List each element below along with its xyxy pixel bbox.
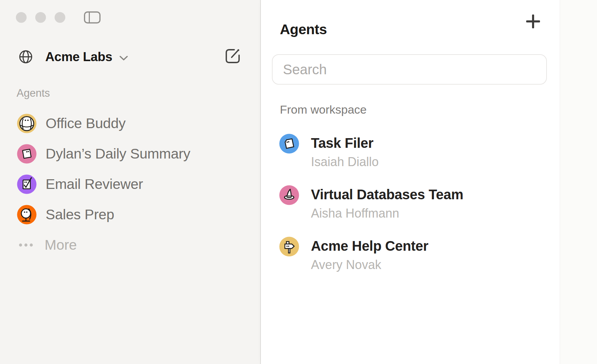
witch-hat-avatar-icon — [279, 185, 299, 205]
agent-owner: Aisha Hoffmann — [311, 207, 399, 220]
agent-name: Task Filer — [311, 136, 373, 150]
sidebar-toggle-button[interactable] — [84, 11, 101, 23]
globe-icon — [19, 50, 33, 64]
background-area — [560, 0, 597, 364]
sidebar-section-label: Agents — [17, 88, 50, 98]
agent-row-virtual-databases-team[interactable]: Virtual Databases Team Aisha Hoffmann — [261, 185, 560, 221]
workspace-name: Acme Labs — [45, 50, 112, 63]
signpost-avatar-icon — [279, 237, 299, 257]
sidebar: Acme Labs Agents Office Buddy — [0, 0, 261, 364]
app-window: Acme Labs Agents Office Buddy — [0, 0, 597, 364]
sidebar-more-label: More — [45, 238, 77, 252]
agents-panel: Agents From workspace Task Filer Isaiah … — [261, 0, 560, 364]
window-control-close[interactable] — [16, 12, 27, 23]
ball-face-avatar-icon — [17, 114, 37, 133]
sidebar-item-label: Sales Prep — [46, 208, 114, 222]
sidebar-item-sales-prep[interactable]: Sales Prep — [17, 205, 245, 224]
sidebar-item-dylans-daily-summary[interactable]: Dylan’s Daily Summary — [17, 144, 245, 164]
desk-globe-avatar-icon — [17, 205, 37, 224]
agent-name: Acme Help Center — [311, 239, 428, 253]
window-control-minimize[interactable] — [35, 12, 46, 23]
window-control-zoom[interactable] — [55, 12, 65, 23]
add-agent-button[interactable] — [525, 14, 541, 29]
sidebar-item-label: Office Buddy — [46, 116, 126, 131]
agent-owner: Isaiah Diallo — [311, 156, 379, 168]
note-face-avatar-icon — [17, 144, 37, 164]
compose-icon — [225, 48, 241, 64]
agent-row-task-filer[interactable]: Task Filer Isaiah Diallo — [261, 134, 560, 170]
sidebar-more-button[interactable]: More — [17, 235, 155, 255]
new-chat-button[interactable] — [225, 48, 241, 64]
panel-section-label: From workspace — [280, 104, 367, 115]
window-controls — [16, 12, 65, 23]
agent-name: Virtual Databases Team — [311, 188, 463, 201]
sidebar-item-label: Email Reviewer — [46, 177, 143, 191]
ellipsis-icon — [19, 243, 33, 247]
plus-icon — [526, 15, 540, 28]
chevron-down-icon — [120, 56, 128, 61]
sidebar-toggle-icon — [84, 11, 101, 23]
panel-title: Agents — [280, 22, 327, 37]
search-input[interactable] — [272, 54, 547, 85]
sidebar-item-label: Dylan’s Daily Summary — [46, 147, 190, 161]
agent-owner: Avery Novak — [311, 259, 381, 271]
sidebar-item-office-buddy[interactable]: Office Buddy — [17, 114, 245, 133]
agent-row-acme-help-center[interactable]: Acme Help Center Avery Novak — [261, 237, 560, 272]
note-face-avatar-icon — [279, 134, 299, 154]
checklist-avatar-icon — [17, 174, 37, 194]
sidebar-item-email-reviewer[interactable]: Email Reviewer — [17, 174, 245, 194]
workspace-switcher[interactable]: Acme Labs — [19, 49, 128, 65]
